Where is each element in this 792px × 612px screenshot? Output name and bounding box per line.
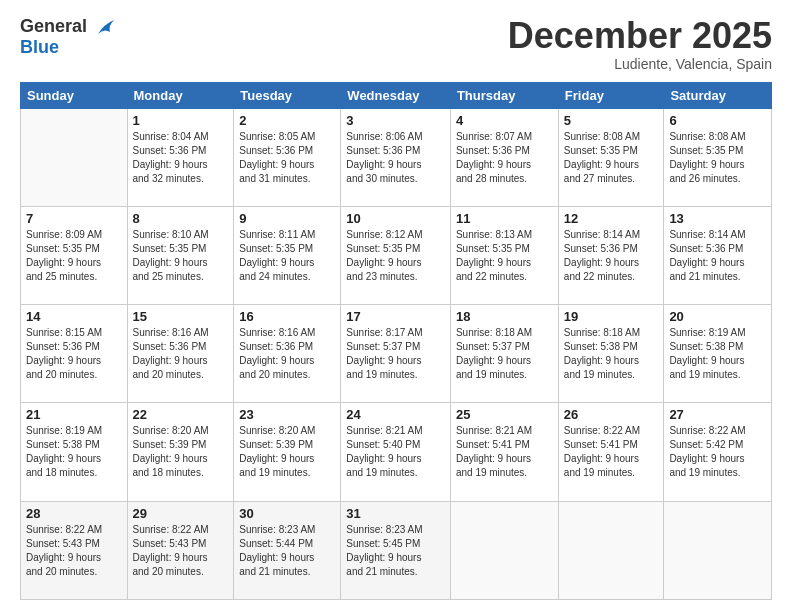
day-info: Sunrise: 8:14 AMSunset: 5:36 PMDaylight:… bbox=[564, 228, 659, 284]
calendar-week-1: 1Sunrise: 8:04 AMSunset: 5:36 PMDaylight… bbox=[21, 108, 772, 206]
day-number: 11 bbox=[456, 211, 553, 226]
day-number: 24 bbox=[346, 407, 445, 422]
day-number: 4 bbox=[456, 113, 553, 128]
calendar-table: SundayMondayTuesdayWednesdayThursdayFrid… bbox=[20, 82, 772, 600]
calendar-cell: 22Sunrise: 8:20 AMSunset: 5:39 PMDayligh… bbox=[127, 403, 234, 501]
calendar-cell: 6Sunrise: 8:08 AMSunset: 5:35 PMDaylight… bbox=[664, 108, 772, 206]
calendar-cell: 16Sunrise: 8:16 AMSunset: 5:36 PMDayligh… bbox=[234, 305, 341, 403]
day-info: Sunrise: 8:17 AMSunset: 5:37 PMDaylight:… bbox=[346, 326, 445, 382]
day-number: 9 bbox=[239, 211, 335, 226]
day-info: Sunrise: 8:20 AMSunset: 5:39 PMDaylight:… bbox=[133, 424, 229, 480]
calendar-cell: 30Sunrise: 8:23 AMSunset: 5:44 PMDayligh… bbox=[234, 501, 341, 599]
calendar-cell: 15Sunrise: 8:16 AMSunset: 5:36 PMDayligh… bbox=[127, 305, 234, 403]
calendar-cell: 7Sunrise: 8:09 AMSunset: 5:35 PMDaylight… bbox=[21, 206, 128, 304]
day-number: 25 bbox=[456, 407, 553, 422]
day-info: Sunrise: 8:16 AMSunset: 5:36 PMDaylight:… bbox=[239, 326, 335, 382]
calendar-cell: 17Sunrise: 8:17 AMSunset: 5:37 PMDayligh… bbox=[341, 305, 451, 403]
day-number: 6 bbox=[669, 113, 766, 128]
day-number: 7 bbox=[26, 211, 122, 226]
weekday-header-saturday: Saturday bbox=[664, 82, 772, 108]
calendar-cell bbox=[21, 108, 128, 206]
day-info: Sunrise: 8:12 AMSunset: 5:35 PMDaylight:… bbox=[346, 228, 445, 284]
day-info: Sunrise: 8:13 AMSunset: 5:35 PMDaylight:… bbox=[456, 228, 553, 284]
day-number: 30 bbox=[239, 506, 335, 521]
calendar-header: SundayMondayTuesdayWednesdayThursdayFrid… bbox=[21, 82, 772, 108]
day-number: 27 bbox=[669, 407, 766, 422]
day-number: 29 bbox=[133, 506, 229, 521]
day-info: Sunrise: 8:14 AMSunset: 5:36 PMDaylight:… bbox=[669, 228, 766, 284]
day-info: Sunrise: 8:11 AMSunset: 5:35 PMDaylight:… bbox=[239, 228, 335, 284]
calendar-cell: 4Sunrise: 8:07 AMSunset: 5:36 PMDaylight… bbox=[450, 108, 558, 206]
logo-text-blue: Blue bbox=[20, 38, 116, 58]
day-number: 20 bbox=[669, 309, 766, 324]
calendar-cell bbox=[558, 501, 664, 599]
calendar-body: 1Sunrise: 8:04 AMSunset: 5:36 PMDaylight… bbox=[21, 108, 772, 599]
day-number: 5 bbox=[564, 113, 659, 128]
day-info: Sunrise: 8:04 AMSunset: 5:36 PMDaylight:… bbox=[133, 130, 229, 186]
calendar-cell: 1Sunrise: 8:04 AMSunset: 5:36 PMDaylight… bbox=[127, 108, 234, 206]
weekday-header-sunday: Sunday bbox=[21, 82, 128, 108]
day-number: 2 bbox=[239, 113, 335, 128]
calendar-cell: 31Sunrise: 8:23 AMSunset: 5:45 PMDayligh… bbox=[341, 501, 451, 599]
calendar-week-3: 14Sunrise: 8:15 AMSunset: 5:36 PMDayligh… bbox=[21, 305, 772, 403]
day-number: 1 bbox=[133, 113, 229, 128]
calendar-cell: 10Sunrise: 8:12 AMSunset: 5:35 PMDayligh… bbox=[341, 206, 451, 304]
calendar-cell: 2Sunrise: 8:05 AMSunset: 5:36 PMDaylight… bbox=[234, 108, 341, 206]
day-number: 28 bbox=[26, 506, 122, 521]
day-info: Sunrise: 8:21 AMSunset: 5:41 PMDaylight:… bbox=[456, 424, 553, 480]
calendar-cell: 14Sunrise: 8:15 AMSunset: 5:36 PMDayligh… bbox=[21, 305, 128, 403]
day-info: Sunrise: 8:09 AMSunset: 5:35 PMDaylight:… bbox=[26, 228, 122, 284]
calendar-cell: 23Sunrise: 8:20 AMSunset: 5:39 PMDayligh… bbox=[234, 403, 341, 501]
day-number: 12 bbox=[564, 211, 659, 226]
calendar-cell: 20Sunrise: 8:19 AMSunset: 5:38 PMDayligh… bbox=[664, 305, 772, 403]
day-number: 15 bbox=[133, 309, 229, 324]
day-info: Sunrise: 8:21 AMSunset: 5:40 PMDaylight:… bbox=[346, 424, 445, 480]
day-info: Sunrise: 8:18 AMSunset: 5:38 PMDaylight:… bbox=[564, 326, 659, 382]
day-number: 8 bbox=[133, 211, 229, 226]
day-info: Sunrise: 8:06 AMSunset: 5:36 PMDaylight:… bbox=[346, 130, 445, 186]
calendar-cell: 26Sunrise: 8:22 AMSunset: 5:41 PMDayligh… bbox=[558, 403, 664, 501]
day-number: 23 bbox=[239, 407, 335, 422]
day-number: 14 bbox=[26, 309, 122, 324]
calendar-cell: 5Sunrise: 8:08 AMSunset: 5:35 PMDaylight… bbox=[558, 108, 664, 206]
day-number: 17 bbox=[346, 309, 445, 324]
day-number: 18 bbox=[456, 309, 553, 324]
month-title: December 2025 bbox=[508, 16, 772, 56]
day-info: Sunrise: 8:22 AMSunset: 5:43 PMDaylight:… bbox=[133, 523, 229, 579]
page-container: General Blue December 2025 Ludiente, Val… bbox=[0, 0, 792, 612]
calendar-cell: 11Sunrise: 8:13 AMSunset: 5:35 PMDayligh… bbox=[450, 206, 558, 304]
calendar-week-4: 21Sunrise: 8:19 AMSunset: 5:38 PMDayligh… bbox=[21, 403, 772, 501]
day-number: 19 bbox=[564, 309, 659, 324]
day-number: 31 bbox=[346, 506, 445, 521]
day-info: Sunrise: 8:16 AMSunset: 5:36 PMDaylight:… bbox=[133, 326, 229, 382]
day-info: Sunrise: 8:08 AMSunset: 5:35 PMDaylight:… bbox=[669, 130, 766, 186]
page-header: General Blue December 2025 Ludiente, Val… bbox=[20, 16, 772, 72]
day-info: Sunrise: 8:18 AMSunset: 5:37 PMDaylight:… bbox=[456, 326, 553, 382]
day-info: Sunrise: 8:20 AMSunset: 5:39 PMDaylight:… bbox=[239, 424, 335, 480]
calendar-cell bbox=[450, 501, 558, 599]
day-number: 26 bbox=[564, 407, 659, 422]
calendar-cell: 18Sunrise: 8:18 AMSunset: 5:37 PMDayligh… bbox=[450, 305, 558, 403]
day-info: Sunrise: 8:15 AMSunset: 5:36 PMDaylight:… bbox=[26, 326, 122, 382]
day-info: Sunrise: 8:23 AMSunset: 5:45 PMDaylight:… bbox=[346, 523, 445, 579]
day-info: Sunrise: 8:23 AMSunset: 5:44 PMDaylight:… bbox=[239, 523, 335, 579]
calendar-cell: 25Sunrise: 8:21 AMSunset: 5:41 PMDayligh… bbox=[450, 403, 558, 501]
calendar-cell: 24Sunrise: 8:21 AMSunset: 5:40 PMDayligh… bbox=[341, 403, 451, 501]
calendar-cell: 29Sunrise: 8:22 AMSunset: 5:43 PMDayligh… bbox=[127, 501, 234, 599]
calendar-cell: 3Sunrise: 8:06 AMSunset: 5:36 PMDaylight… bbox=[341, 108, 451, 206]
weekday-header-thursday: Thursday bbox=[450, 82, 558, 108]
day-info: Sunrise: 8:05 AMSunset: 5:36 PMDaylight:… bbox=[239, 130, 335, 186]
day-info: Sunrise: 8:22 AMSunset: 5:43 PMDaylight:… bbox=[26, 523, 122, 579]
day-info: Sunrise: 8:19 AMSunset: 5:38 PMDaylight:… bbox=[669, 326, 766, 382]
logo-bird-icon bbox=[94, 16, 116, 38]
day-number: 13 bbox=[669, 211, 766, 226]
day-number: 22 bbox=[133, 407, 229, 422]
day-info: Sunrise: 8:22 AMSunset: 5:42 PMDaylight:… bbox=[669, 424, 766, 480]
calendar-cell bbox=[664, 501, 772, 599]
day-info: Sunrise: 8:08 AMSunset: 5:35 PMDaylight:… bbox=[564, 130, 659, 186]
calendar-cell: 28Sunrise: 8:22 AMSunset: 5:43 PMDayligh… bbox=[21, 501, 128, 599]
weekday-header-friday: Friday bbox=[558, 82, 664, 108]
day-info: Sunrise: 8:07 AMSunset: 5:36 PMDaylight:… bbox=[456, 130, 553, 186]
weekday-header-monday: Monday bbox=[127, 82, 234, 108]
calendar-cell: 12Sunrise: 8:14 AMSunset: 5:36 PMDayligh… bbox=[558, 206, 664, 304]
